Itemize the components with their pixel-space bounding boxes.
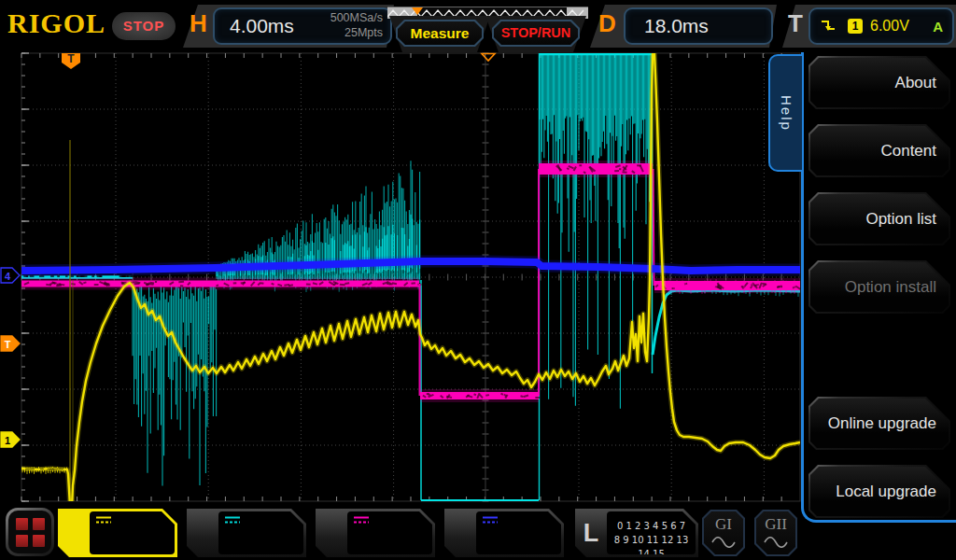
- delay-value: 18.0ms: [644, 15, 709, 37]
- delay-label: D: [598, 9, 616, 38]
- channel-number: [444, 509, 476, 557]
- menu-item-label: Content: [810, 126, 949, 175]
- svg-text:4: 4: [5, 271, 11, 282]
- channel-2-badge[interactable]: [187, 509, 306, 557]
- sine-icon: [711, 537, 736, 548]
- menu-item-label: Local upgrade: [810, 467, 949, 516]
- channel-readout: [218, 511, 303, 554]
- trigger-box[interactable]: 1 6.00V A: [808, 7, 954, 45]
- menu-item-label: Option list: [810, 194, 949, 244]
- channel-3-badge[interactable]: [316, 509, 435, 557]
- trigger-mode: A: [933, 19, 943, 35]
- channel-4-badge[interactable]: [444, 509, 564, 557]
- help-tab[interactable]: Help: [768, 54, 802, 172]
- menu-item-online-upgrade[interactable]: Online upgrade: [808, 397, 950, 450]
- svg-text:T: T: [5, 339, 11, 350]
- timebase-value: 4.00ms: [230, 15, 294, 37]
- generator-1-button[interactable]: GI: [702, 510, 745, 556]
- horizontal-label: H: [190, 9, 207, 38]
- dc-coupling-icon: [353, 515, 370, 525]
- run-state-badge: STOP: [112, 12, 176, 40]
- top-status-bar: RIGOL STOP H 4.00ms 500MSa/s 25Mpts Meas…: [0, 0, 956, 52]
- trigger-source-badge: 1: [848, 19, 863, 34]
- dc-coupling-icon: [95, 515, 112, 525]
- logic-row-2: 8 9 10 11 12 13 14 15: [607, 533, 696, 560]
- measure-button[interactable]: Measure: [396, 20, 484, 47]
- measure-label: Measure: [398, 21, 482, 45]
- channel-readout: [90, 511, 175, 554]
- menu-item-option-list[interactable]: Option list: [808, 192, 950, 245]
- delay-position-marker: [482, 54, 495, 62]
- timebase-box[interactable]: 4.00ms 500MSa/s 25Mpts: [213, 7, 392, 45]
- logic-channel-list: 0 1 2 3 4 5 6 7 8 9 10 11 12 13 14 15: [607, 511, 696, 554]
- generator-label: GII: [756, 511, 795, 554]
- stop-run-label: STOP/RUN: [494, 21, 578, 45]
- channel-number: [316, 509, 347, 557]
- menu-grid-icon: [8, 511, 51, 553]
- menu-item-label: Option install: [810, 262, 949, 312]
- channel-number: [187, 509, 218, 557]
- menu-item-label: About: [810, 58, 949, 107]
- trigger-level-value: 6.00V: [870, 18, 909, 35]
- channel-number: [58, 509, 90, 557]
- channel-readout: [476, 511, 561, 554]
- menu-item-about[interactable]: About: [808, 56, 950, 109]
- channel-1-badge[interactable]: [58, 509, 177, 557]
- menu-item-option-install: Option install: [808, 260, 950, 314]
- help-menu-panel: AboutContentOption listOption installOnl…: [801, 52, 956, 523]
- svg-text:1: 1: [5, 435, 10, 446]
- falling-edge-icon: [820, 18, 836, 35]
- trigger-label: T: [788, 9, 803, 38]
- logic-label: L: [575, 509, 607, 557]
- sample-rate: 500MSa/s: [330, 11, 383, 24]
- help-tab-label: Help: [779, 95, 794, 132]
- menu-grid-button[interactable]: [6, 508, 54, 556]
- overview-trigger-marker[interactable]: [412, 7, 423, 15]
- menu-item-content[interactable]: Content: [808, 124, 950, 177]
- help-menu-buttons: AboutContentOption listOption installOnl…: [804, 52, 956, 518]
- generator-2-button[interactable]: GII: [754, 510, 797, 556]
- stop-run-button[interactable]: STOP/RUN: [492, 20, 580, 47]
- menu-item-label: Online upgrade: [810, 399, 949, 448]
- dc-coupling-icon: [224, 515, 241, 525]
- dc-coupling-icon: [482, 515, 499, 525]
- logic-analyzer-badge[interactable]: L 0 1 2 3 4 5 6 7 8 9 10 11 12 13 14 15: [575, 509, 698, 557]
- generator-label: GI: [704, 511, 743, 554]
- delay-box[interactable]: 18.0ms: [624, 7, 773, 45]
- svg-text:T: T: [67, 52, 75, 65]
- channel-readout: [347, 511, 432, 554]
- acquisition-info: 500MSa/s 25Mpts: [330, 11, 383, 40]
- sine-icon: [764, 537, 788, 548]
- oscilloscope-screen: T4T1 RIGOL STOP H 4.00ms 500MSa/s 25Mpts…: [0, 0, 956, 560]
- menu-item-local-upgrade[interactable]: Local upgrade: [808, 465, 950, 518]
- rigol-logo: RIGOL: [7, 7, 105, 39]
- memory-depth: 25Mpts: [344, 26, 383, 39]
- logic-row-1: 0 1 2 3 4 5 6 7: [607, 519, 696, 533]
